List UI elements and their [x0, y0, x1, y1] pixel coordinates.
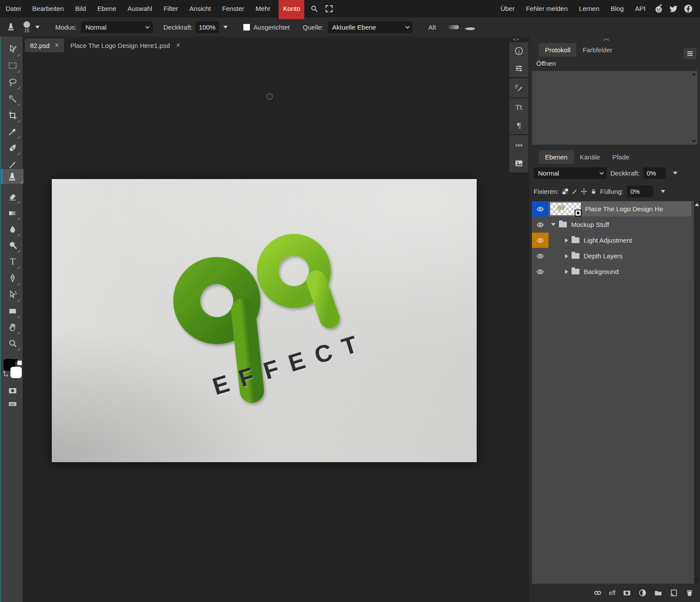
facebook-icon[interactable]: [681, 0, 696, 17]
menu-fehler-melden[interactable]: Fehler melden: [520, 0, 573, 17]
layer-thumbnail[interactable]: 99: [550, 203, 581, 215]
paragraph-panel-icon[interactable]: ¶: [514, 121, 524, 130]
keyboard-shortcuts-icon[interactable]: [5, 396, 20, 411]
zoom-tool[interactable]: [5, 336, 20, 351]
twitter-icon[interactable]: [666, 0, 681, 17]
menu-ebene[interactable]: Ebene: [92, 0, 122, 17]
gradient-tool[interactable]: [5, 206, 20, 220]
fullscreen-icon[interactable]: [322, 0, 337, 17]
menu-api[interactable]: API: [629, 0, 651, 17]
layer-row-place-logo[interactable]: 99 Place The Logo Design He: [532, 201, 691, 216]
menu-ansicht[interactable]: Ansicht: [184, 0, 216, 17]
new-group-icon[interactable]: [654, 588, 663, 597]
fuellung-input[interactable]: 0%: [627, 186, 653, 197]
pen-tool[interactable]: [5, 271, 20, 286]
type-tool[interactable]: T: [5, 254, 20, 269]
reddit-icon[interactable]: [651, 0, 666, 17]
healing-tool[interactable]: [5, 141, 20, 156]
scroll-up-icon[interactable]: [692, 73, 696, 75]
menu-bearbeiten[interactable]: Bearbeiten: [27, 0, 70, 17]
path-select-tool[interactable]: [5, 287, 20, 302]
history-entry-open[interactable]: Öffnen: [532, 57, 697, 70]
layer-row-light-adjustment[interactable]: Light Adjustment: [532, 233, 691, 248]
search-icon[interactable]: [307, 0, 322, 17]
dodge-tool[interactable]: [5, 238, 20, 253]
scroll-down-icon[interactable]: [692, 140, 696, 143]
close-icon[interactable]: ×: [176, 41, 180, 49]
history-brush-icon[interactable]: [514, 83, 524, 93]
history-list-area[interactable]: [532, 71, 697, 145]
visibility-eye-icon[interactable]: [532, 248, 549, 264]
konto-button[interactable]: Konto: [279, 0, 304, 19]
visibility-eye-icon[interactable]: [532, 233, 549, 248]
layer-row-background[interactable]: Background: [532, 264, 691, 279]
menu-datei[interactable]: Datei: [0, 0, 27, 17]
scroll-down-icon[interactable]: [695, 579, 699, 582]
menu-bild[interactable]: Bild: [70, 0, 92, 17]
info-icon[interactable]: i: [514, 46, 524, 56]
pressure-size-toggle[interactable]: [464, 25, 475, 29]
scroll-up-icon[interactable]: [695, 203, 699, 206]
tab-kanaele[interactable]: Kanäle: [574, 150, 606, 164]
lock-position-icon[interactable]: [581, 188, 587, 195]
deckkraft-input[interactable]: 100%: [195, 21, 219, 33]
collapse-right-handle[interactable]: ><: [603, 37, 610, 42]
group-expanded-icon[interactable]: [551, 223, 555, 226]
eraser-tool[interactable]: [5, 189, 20, 204]
swap-colors-icon[interactable]: [3, 369, 10, 378]
quelle-select[interactable]: Aktuelle Ebene: [328, 21, 413, 33]
blend-mode-select[interactable]: Normal: [534, 167, 607, 179]
crop-tool[interactable]: [5, 108, 20, 123]
visibility-eye-icon[interactable]: [532, 217, 549, 232]
menu-fenster[interactable]: Fenster: [216, 0, 250, 17]
move-tool[interactable]: [5, 42, 20, 57]
modus-select[interactable]: Normal: [81, 21, 153, 33]
layer-row-mockup-stuff[interactable]: Mockup Stuff: [532, 217, 691, 232]
link-layers-icon[interactable]: [593, 588, 602, 597]
add-mask-icon[interactable]: [623, 588, 631, 597]
deckkraft-slider-arrow[interactable]: [673, 172, 677, 175]
menu-filter[interactable]: Filter: [158, 0, 184, 17]
fuellung-slider-arrow[interactable]: [661, 190, 665, 193]
ausgerichtet-checkbox[interactable]: [243, 24, 250, 30]
group-collapsed-icon[interactable]: [565, 270, 568, 274]
tab-82psd[interactable]: 82.psd ×: [25, 38, 64, 52]
tab-ebenen[interactable]: Ebenen: [539, 150, 574, 164]
add-adjustment-icon[interactable]: [638, 588, 647, 597]
deckkraft-dropdown-arrow[interactable]: [223, 26, 228, 29]
clone-stamp-tool[interactable]: [1, 169, 24, 184]
quick-mask-toggle[interactable]: [5, 383, 20, 398]
layer-effects-button[interactable]: eff: [609, 589, 616, 596]
menu-auswahl[interactable]: Auswahl: [122, 0, 158, 17]
visibility-eye-icon[interactable]: [532, 264, 549, 279]
css-panel-icon[interactable]: css: [514, 140, 524, 149]
menu-ueber[interactable]: Über: [495, 0, 521, 17]
image-panel-icon[interactable]: [514, 159, 524, 168]
layers-scrollbar[interactable]: [694, 201, 700, 584]
tab-place-logo[interactable]: Place The Logo Design Here1.psd ×: [64, 38, 186, 52]
close-icon[interactable]: ×: [55, 41, 59, 49]
lock-all-icon[interactable]: [590, 188, 597, 195]
brush-dropdown-arrow[interactable]: [35, 26, 40, 29]
blur-tool[interactable]: [5, 222, 20, 237]
tab-protokoll[interactable]: Protokoll: [539, 43, 576, 57]
layer-deckkraft-input[interactable]: 0%: [643, 167, 666, 179]
group-collapsed-icon[interactable]: [565, 238, 568, 243]
menu-lernen[interactable]: Lernen: [573, 0, 605, 17]
group-collapsed-icon[interactable]: [565, 254, 568, 258]
adjustments-icon[interactable]: [514, 64, 524, 73]
hand-tool[interactable]: [5, 320, 20, 335]
rect-select-tool[interactable]: [5, 58, 20, 73]
menu-blog[interactable]: Blog: [605, 0, 629, 17]
canvas[interactable]: EFFECT: [52, 179, 477, 462]
pressure-opacity-toggle[interactable]: [448, 25, 459, 29]
lasso-tool[interactable]: [5, 75, 20, 90]
collapse-left-handle[interactable]: <>: [513, 37, 519, 42]
menu-mehr[interactable]: Mehr: [250, 0, 276, 17]
background-color-swatch[interactable]: [10, 367, 22, 378]
color-swatches[interactable]: [3, 358, 23, 384]
visibility-eye-icon[interactable]: [532, 201, 549, 216]
tab-farbfelder[interactable]: Farbfelder: [576, 43, 618, 57]
lock-transparency-icon[interactable]: [562, 189, 568, 194]
lock-paint-icon[interactable]: [571, 188, 578, 195]
